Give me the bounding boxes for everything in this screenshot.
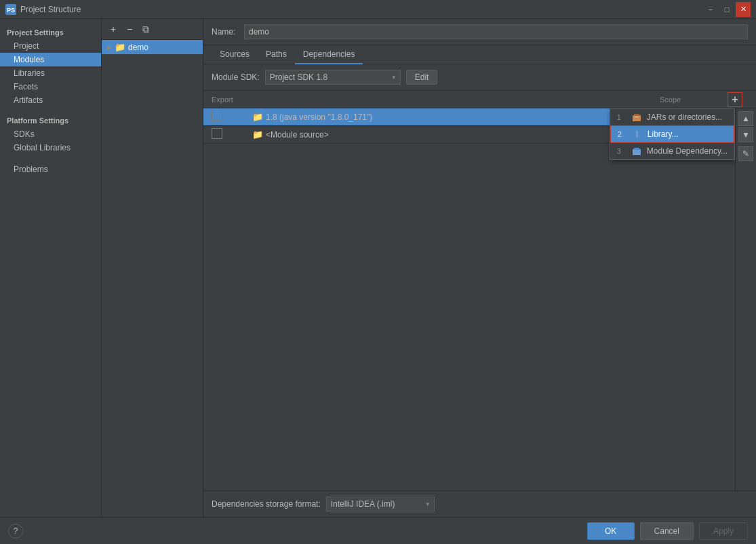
dropdown-label-module-dep: Module Dependency... [647, 146, 728, 156]
left-panel: + − ⧉ ▶ 📁 demo [102, 19, 203, 517]
right-panel: Name: Sources Paths Dependencies Module … [203, 19, 756, 517]
tree-item-label-demo: demo [128, 43, 148, 52]
dropdown-item-module-dep[interactable]: 3 Module Dependency... [610, 143, 734, 159]
library-icon [633, 129, 642, 139]
dep-checkbox-jdk[interactable] [212, 110, 222, 121]
tabs-bar: Sources Paths Dependencies [203, 45, 756, 64]
dep-checkbox-source[interactable] [212, 128, 222, 139]
dep-icon-jdk: 📁 [252, 112, 263, 122]
add-module-button[interactable]: + [106, 22, 121, 37]
name-label: Name: [212, 27, 239, 37]
sdk-select[interactable]: Project SDK 1.8 [265, 70, 401, 85]
add-dependency-dropdown: 1 JARs or directories... 2 [610, 108, 735, 160]
content-area: Project Settings Project Modules Librari… [0, 19, 756, 517]
name-input[interactable] [244, 24, 748, 39]
dep-move-down-button[interactable]: ▼ [738, 127, 753, 142]
storage-format-row: Dependencies storage format: IntelliJ ID… [203, 490, 756, 517]
svg-rect-2 [633, 115, 641, 121]
dep-side-actions: ▲ ▼ ✎ [735, 108, 756, 490]
dropdown-num-1: 1 [617, 113, 626, 121]
sidebar-item-project[interactable]: Project [0, 39, 101, 53]
dep-header-row: Export Scope + [203, 91, 756, 108]
storage-format-select[interactable]: IntelliJ IDEA (.iml) [326, 497, 435, 511]
sidebar-item-problems[interactable]: Problems [0, 163, 101, 176]
dep-header-cols: Export Scope + [203, 92, 756, 107]
dep-label-jdk: 1.8 (java version "1.8.0_171") [266, 112, 372, 122]
tab-paths[interactable]: Paths [258, 45, 295, 64]
main-container: Project Settings Project Modules Librari… [0, 19, 756, 544]
project-settings-label: Project Settings [0, 24, 101, 39]
table-sidebar-wrapper: 📁 1.8 (java version "1.8.0_171") 📁 <Modu… [203, 108, 756, 490]
sidebar-item-sdks[interactable]: SDKs [0, 127, 101, 141]
ok-button[interactable]: OK [587, 522, 635, 540]
module-sdk-label: Module SDK: [212, 72, 260, 82]
copy-module-button[interactable]: ⧉ [138, 22, 153, 37]
dropdown-label-library: Library... [648, 129, 679, 139]
folder-icon-demo: 📁 [115, 42, 125, 52]
maximize-button[interactable]: □ [719, 2, 734, 17]
dep-name-source: 📁 <Module source> [252, 129, 659, 140]
tab-sources[interactable]: Sources [212, 45, 258, 64]
svg-rect-5 [633, 131, 635, 138]
dep-label-source: <Module source> [266, 130, 329, 140]
tree-toolbar: + − ⧉ [102, 19, 203, 40]
col-export: Export [212, 96, 252, 104]
sidebar-item-libraries[interactable]: Libraries [0, 66, 101, 80]
storage-select-wrapper: IntelliJ IDEA (.iml) [326, 497, 435, 511]
close-button[interactable]: ✕ [736, 2, 751, 17]
svg-rect-7 [639, 131, 641, 138]
module-sdk-row: Module SDK: Project SDK 1.8 Edit [203, 64, 756, 91]
dep-export-jdk [212, 110, 252, 123]
module-tree: ▶ 📁 demo [102, 40, 203, 517]
add-dependency-button[interactable]: + [728, 92, 742, 107]
app-icon: PS [5, 4, 16, 15]
dep-icon-source: 📁 [252, 129, 263, 140]
apply-button[interactable]: Apply [699, 522, 748, 540]
dropdown-num-2: 2 [618, 130, 627, 138]
tree-arrow-demo: ▶ [107, 44, 112, 51]
col-actions: + [728, 92, 748, 107]
jar-icon [632, 112, 641, 122]
tree-item-demo[interactable]: ▶ 📁 demo [102, 40, 203, 54]
svg-text:PS: PS [7, 7, 15, 14]
action-buttons: OK Cancel Apply [587, 522, 748, 540]
edit-sdk-button[interactable]: Edit [406, 70, 438, 85]
cancel-button[interactable]: Cancel [640, 522, 694, 540]
dropdown-item-library[interactable]: 2 Library... [610, 125, 734, 143]
svg-rect-9 [634, 148, 639, 150]
name-row: Name: [203, 19, 756, 45]
window-title: Project Structure [20, 5, 703, 14]
dropdown-num-3: 3 [617, 147, 626, 155]
window-controls: − □ ✕ [703, 2, 751, 17]
dropdown-label-jars: JARs or directories... [647, 112, 722, 122]
module-dep-icon [632, 146, 641, 156]
sidebar-item-facets[interactable]: Facets [0, 80, 101, 93]
svg-rect-6 [636, 131, 638, 138]
svg-rect-4 [635, 117, 639, 117]
title-bar: PS Project Structure − □ ✕ [0, 0, 756, 19]
dep-name-jdk: 📁 1.8 (java version "1.8.0_171") [252, 112, 659, 122]
sidebar-item-global-libraries[interactable]: Global Libraries [0, 141, 101, 154]
sidebar-item-modules[interactable]: Modules [0, 53, 101, 66]
help-button[interactable]: ? [8, 524, 23, 539]
dep-move-up-button[interactable]: ▲ [738, 111, 753, 126]
svg-rect-8 [633, 149, 641, 155]
dropdown-item-jars[interactable]: 1 JARs or directories... [610, 109, 734, 125]
storage-format-label: Dependencies storage format: [212, 499, 321, 509]
col-scope: Scope [660, 96, 728, 104]
sidebar: Project Settings Project Modules Librari… [0, 19, 102, 517]
platform-settings-label: Platform Settings [0, 112, 101, 127]
dep-table: 📁 1.8 (java version "1.8.0_171") 📁 <Modu… [203, 108, 735, 490]
dep-edit-button[interactable]: ✎ [738, 146, 753, 161]
tab-dependencies[interactable]: Dependencies [295, 45, 363, 64]
bottom-bar: ? OK Cancel Apply [0, 517, 756, 544]
dep-export-source [212, 128, 252, 141]
svg-rect-3 [634, 114, 639, 116]
sidebar-item-artifacts[interactable]: Artifacts [0, 93, 101, 107]
sdk-select-wrapper: Project SDK 1.8 [265, 70, 401, 85]
minimize-button[interactable]: − [703, 2, 718, 17]
remove-module-button[interactable]: − [122, 22, 137, 37]
